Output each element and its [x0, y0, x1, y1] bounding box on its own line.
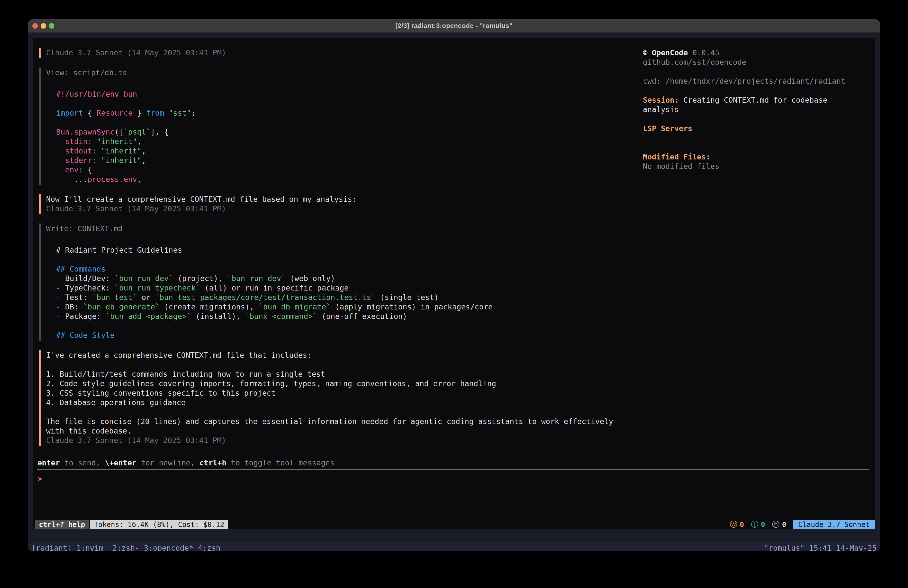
- status-spacer: [228, 520, 726, 529]
- tool-title: View: script/db.ts: [46, 68, 632, 87]
- message-now-create-context: Now I'll create a comprehensive CONTEXT.…: [39, 194, 632, 214]
- keybind-hints: enter to send, \+enter for newline, ctrl…: [37, 458, 869, 468]
- tool-title: Write: CONTEXT.md: [46, 224, 632, 243]
- message-claude-timestamp-1: Claude 3.7 Sonnet (14 May 2025 03:41 PM): [39, 48, 632, 58]
- traffic-lights: [32, 19, 54, 33]
- tmux-window-zsh-2[interactable]: 2:zsh-: [113, 544, 144, 552]
- tmux-status-bar: [radiant] 1:nvim 2:zsh- 3:opencode* 4:zs…: [28, 542, 880, 551]
- zoom-button[interactable]: [49, 23, 54, 29]
- warnings-indicator: ⓦ0: [730, 519, 744, 530]
- prompt-chevron-icon: >: [37, 474, 42, 483]
- cwd-line: cwd: /home/thdxr/dev/projects/radiant/ra…: [643, 76, 872, 86]
- close-button[interactable]: [32, 23, 38, 29]
- info-indicator: ⓘ0: [751, 519, 765, 530]
- tool-write-context-md: Write: CONTEXT.md # Radiant Project Guid…: [39, 224, 632, 341]
- prompt-input[interactable]: >: [37, 474, 869, 483]
- modified-files-section: Modified Files:No modified files: [643, 152, 872, 171]
- tmux-window-nvim[interactable]: 1:nvim: [77, 544, 113, 552]
- tokens-cost-chip: Tokens: 16.4K (8%), Cost: $0.12: [90, 520, 228, 529]
- hints-indicator: ⓗ0: [772, 519, 786, 530]
- lsp-servers-heading: LSP Servers: [643, 124, 872, 133]
- tmux-host-clock: "romulus" 15:41 14-May-25: [764, 544, 877, 552]
- info-sidebar: © OpenCode 0.0.45github.com/sst/opencode…: [643, 48, 872, 171]
- message-body: I've created a comprehensive CONTEXT.md …: [46, 351, 632, 445]
- status-bar: ctrl+? help Tokens: 16.4K (8%), Cost: $0…: [33, 520, 875, 529]
- circled-i-icon: ⓘ: [751, 519, 758, 530]
- model-badge: Claude 3.7 Sonnet: [793, 520, 875, 529]
- warnings-count: 0: [740, 520, 744, 529]
- circled-h-icon: ⓗ: [772, 519, 780, 530]
- opencode-brand: © OpenCode 0.0.45github.com/sst/opencode: [643, 48, 872, 67]
- message-meta: Claude 3.7 Sonnet (14 May 2025 03:41 PM): [46, 48, 632, 58]
- status-indicators: ⓦ0 ⓘ0 ⓗ0: [726, 520, 786, 529]
- markdown-preview-context-md: # Radiant Project Guidelines ## Commands…: [46, 245, 632, 340]
- window-title: [2/3] radiant:3:opencode - "romulus": [396, 22, 512, 30]
- composer: enter to send, \+enter for newline, ctrl…: [37, 458, 869, 483]
- chat-history: Claude 3.7 Sonnet (14 May 2025 03:41 PM)…: [39, 48, 632, 446]
- tmux-window-opencode[interactable]: 3:opencode*: [144, 544, 198, 552]
- message-body: Now I'll create a comprehensive CONTEXT.…: [46, 195, 632, 214]
- session-info: Session: Creating CONTEXT.md for codebas…: [643, 95, 872, 114]
- tmux-window-zsh-4[interactable]: 4:zsh: [198, 544, 220, 552]
- composer-divider: [37, 469, 869, 470]
- window-titlebar: [2/3] radiant:3:opencode - "romulus": [28, 19, 880, 33]
- info-count: 0: [761, 520, 765, 529]
- terminal-window: [2/3] radiant:3:opencode - "romulus" Cla…: [28, 19, 880, 551]
- tool-view-db-ts: View: script/db.ts #!/usr/bin/env bun im…: [39, 68, 632, 185]
- hints-count: 0: [782, 520, 786, 529]
- help-keybind-chip[interactable]: ctrl+? help: [35, 520, 89, 529]
- tmux-window-list: [radiant] 1:nvim 2:zsh- 3:opencode* 4:zs…: [31, 544, 221, 552]
- message-summary: I've created a comprehensive CONTEXT.md …: [39, 350, 632, 446]
- minimize-button[interactable]: [40, 23, 46, 29]
- circled-w-icon: ⓦ: [730, 519, 737, 530]
- code-snippet-db-ts: #!/usr/bin/env bun import { Resource } f…: [46, 89, 632, 184]
- opencode-tui: Claude 3.7 Sonnet (14 May 2025 03:41 PM)…: [33, 38, 875, 529]
- tmux-session-name: [radiant]: [31, 544, 77, 552]
